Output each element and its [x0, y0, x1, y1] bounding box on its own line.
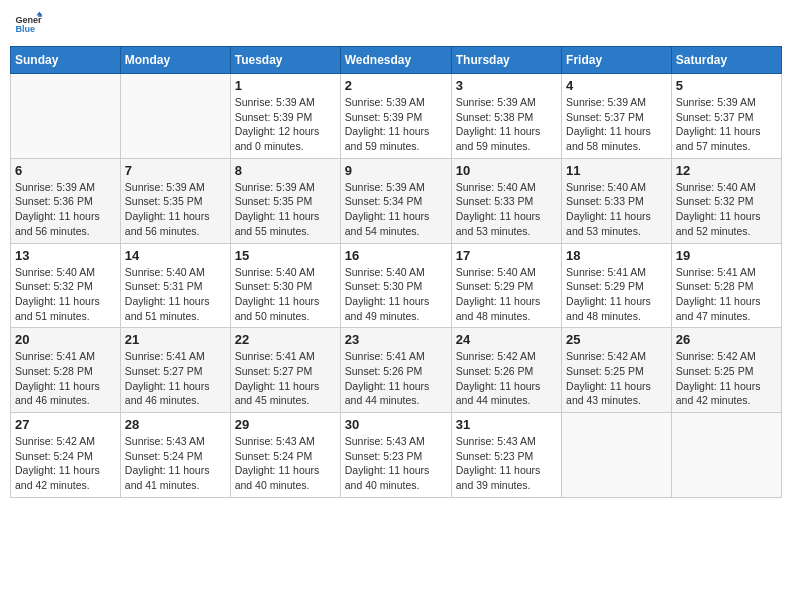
calendar-cell: 25Sunrise: 5:42 AMSunset: 5:25 PMDayligh…: [562, 328, 672, 413]
day-number: 26: [676, 332, 777, 347]
calendar-cell: 22Sunrise: 5:41 AMSunset: 5:27 PMDayligh…: [230, 328, 340, 413]
day-info: Sunrise: 5:42 AMSunset: 5:25 PMDaylight:…: [676, 349, 777, 408]
day-info: Sunrise: 5:39 AMSunset: 5:39 PMDaylight:…: [345, 95, 447, 154]
day-number: 11: [566, 163, 667, 178]
day-info: Sunrise: 5:43 AMSunset: 5:23 PMDaylight:…: [456, 434, 557, 493]
day-number: 12: [676, 163, 777, 178]
day-info: Sunrise: 5:39 AMSunset: 5:35 PMDaylight:…: [235, 180, 336, 239]
calendar-week-row: 27Sunrise: 5:42 AMSunset: 5:24 PMDayligh…: [11, 413, 782, 498]
weekday-header: Tuesday: [230, 47, 340, 74]
day-info: Sunrise: 5:40 AMSunset: 5:32 PMDaylight:…: [676, 180, 777, 239]
weekday-header: Sunday: [11, 47, 121, 74]
day-info: Sunrise: 5:43 AMSunset: 5:24 PMDaylight:…: [235, 434, 336, 493]
day-info: Sunrise: 5:39 AMSunset: 5:37 PMDaylight:…: [566, 95, 667, 154]
day-info: Sunrise: 5:41 AMSunset: 5:27 PMDaylight:…: [235, 349, 336, 408]
day-number: 15: [235, 248, 336, 263]
day-info: Sunrise: 5:40 AMSunset: 5:29 PMDaylight:…: [456, 265, 557, 324]
day-number: 22: [235, 332, 336, 347]
calendar-cell: 21Sunrise: 5:41 AMSunset: 5:27 PMDayligh…: [120, 328, 230, 413]
calendar-cell: 4Sunrise: 5:39 AMSunset: 5:37 PMDaylight…: [562, 74, 672, 159]
day-number: 5: [676, 78, 777, 93]
day-number: 19: [676, 248, 777, 263]
calendar-cell: 31Sunrise: 5:43 AMSunset: 5:23 PMDayligh…: [451, 413, 561, 498]
day-info: Sunrise: 5:39 AMSunset: 5:34 PMDaylight:…: [345, 180, 447, 239]
logo: General Blue: [14, 10, 46, 38]
calendar-cell: 9Sunrise: 5:39 AMSunset: 5:34 PMDaylight…: [340, 158, 451, 243]
calendar-cell: 29Sunrise: 5:43 AMSunset: 5:24 PMDayligh…: [230, 413, 340, 498]
calendar-cell: 3Sunrise: 5:39 AMSunset: 5:38 PMDaylight…: [451, 74, 561, 159]
weekday-header: Saturday: [671, 47, 781, 74]
calendar-cell: 2Sunrise: 5:39 AMSunset: 5:39 PMDaylight…: [340, 74, 451, 159]
day-info: Sunrise: 5:42 AMSunset: 5:24 PMDaylight:…: [15, 434, 116, 493]
day-number: 10: [456, 163, 557, 178]
calendar-cell: 8Sunrise: 5:39 AMSunset: 5:35 PMDaylight…: [230, 158, 340, 243]
day-info: Sunrise: 5:40 AMSunset: 5:30 PMDaylight:…: [235, 265, 336, 324]
day-number: 8: [235, 163, 336, 178]
logo-icon: General Blue: [14, 10, 42, 38]
calendar-week-row: 13Sunrise: 5:40 AMSunset: 5:32 PMDayligh…: [11, 243, 782, 328]
day-info: Sunrise: 5:41 AMSunset: 5:26 PMDaylight:…: [345, 349, 447, 408]
calendar-cell: 20Sunrise: 5:41 AMSunset: 5:28 PMDayligh…: [11, 328, 121, 413]
calendar-body: 1Sunrise: 5:39 AMSunset: 5:39 PMDaylight…: [11, 74, 782, 498]
day-number: 27: [15, 417, 116, 432]
day-info: Sunrise: 5:40 AMSunset: 5:32 PMDaylight:…: [15, 265, 116, 324]
calendar-cell: 14Sunrise: 5:40 AMSunset: 5:31 PMDayligh…: [120, 243, 230, 328]
day-number: 1: [235, 78, 336, 93]
calendar-week-row: 1Sunrise: 5:39 AMSunset: 5:39 PMDaylight…: [11, 74, 782, 159]
svg-text:General: General: [15, 15, 42, 25]
day-number: 6: [15, 163, 116, 178]
calendar-cell: 28Sunrise: 5:43 AMSunset: 5:24 PMDayligh…: [120, 413, 230, 498]
day-number: 23: [345, 332, 447, 347]
calendar-week-row: 6Sunrise: 5:39 AMSunset: 5:36 PMDaylight…: [11, 158, 782, 243]
calendar-cell: 24Sunrise: 5:42 AMSunset: 5:26 PMDayligh…: [451, 328, 561, 413]
calendar-cell: 17Sunrise: 5:40 AMSunset: 5:29 PMDayligh…: [451, 243, 561, 328]
calendar-cell: 1Sunrise: 5:39 AMSunset: 5:39 PMDaylight…: [230, 74, 340, 159]
day-info: Sunrise: 5:39 AMSunset: 5:39 PMDaylight:…: [235, 95, 336, 154]
day-info: Sunrise: 5:40 AMSunset: 5:33 PMDaylight:…: [456, 180, 557, 239]
calendar-cell: [11, 74, 121, 159]
calendar-cell: 10Sunrise: 5:40 AMSunset: 5:33 PMDayligh…: [451, 158, 561, 243]
calendar-table: SundayMondayTuesdayWednesdayThursdayFrid…: [10, 46, 782, 498]
day-number: 14: [125, 248, 226, 263]
calendar-cell: [671, 413, 781, 498]
calendar-cell: 27Sunrise: 5:42 AMSunset: 5:24 PMDayligh…: [11, 413, 121, 498]
day-number: 17: [456, 248, 557, 263]
day-number: 24: [456, 332, 557, 347]
calendar-cell: 6Sunrise: 5:39 AMSunset: 5:36 PMDaylight…: [11, 158, 121, 243]
calendar-cell: 5Sunrise: 5:39 AMSunset: 5:37 PMDaylight…: [671, 74, 781, 159]
day-info: Sunrise: 5:41 AMSunset: 5:28 PMDaylight:…: [15, 349, 116, 408]
day-info: Sunrise: 5:39 AMSunset: 5:38 PMDaylight:…: [456, 95, 557, 154]
day-number: 2: [345, 78, 447, 93]
weekday-header: Monday: [120, 47, 230, 74]
day-number: 20: [15, 332, 116, 347]
calendar-cell: 13Sunrise: 5:40 AMSunset: 5:32 PMDayligh…: [11, 243, 121, 328]
svg-text:Blue: Blue: [15, 24, 35, 34]
calendar-cell: 18Sunrise: 5:41 AMSunset: 5:29 PMDayligh…: [562, 243, 672, 328]
day-info: Sunrise: 5:39 AMSunset: 5:35 PMDaylight:…: [125, 180, 226, 239]
day-info: Sunrise: 5:42 AMSunset: 5:26 PMDaylight:…: [456, 349, 557, 408]
day-number: 25: [566, 332, 667, 347]
day-info: Sunrise: 5:41 AMSunset: 5:27 PMDaylight:…: [125, 349, 226, 408]
calendar-header: SundayMondayTuesdayWednesdayThursdayFrid…: [11, 47, 782, 74]
calendar-cell: [562, 413, 672, 498]
calendar-cell: 11Sunrise: 5:40 AMSunset: 5:33 PMDayligh…: [562, 158, 672, 243]
day-info: Sunrise: 5:41 AMSunset: 5:29 PMDaylight:…: [566, 265, 667, 324]
day-number: 28: [125, 417, 226, 432]
day-number: 16: [345, 248, 447, 263]
calendar-cell: 23Sunrise: 5:41 AMSunset: 5:26 PMDayligh…: [340, 328, 451, 413]
weekday-header: Wednesday: [340, 47, 451, 74]
day-info: Sunrise: 5:41 AMSunset: 5:28 PMDaylight:…: [676, 265, 777, 324]
calendar-cell: 16Sunrise: 5:40 AMSunset: 5:30 PMDayligh…: [340, 243, 451, 328]
calendar-cell: [120, 74, 230, 159]
calendar-cell: 15Sunrise: 5:40 AMSunset: 5:30 PMDayligh…: [230, 243, 340, 328]
calendar-cell: 30Sunrise: 5:43 AMSunset: 5:23 PMDayligh…: [340, 413, 451, 498]
day-number: 29: [235, 417, 336, 432]
day-info: Sunrise: 5:40 AMSunset: 5:30 PMDaylight:…: [345, 265, 447, 324]
weekday-header: Thursday: [451, 47, 561, 74]
calendar-cell: 19Sunrise: 5:41 AMSunset: 5:28 PMDayligh…: [671, 243, 781, 328]
day-info: Sunrise: 5:43 AMSunset: 5:23 PMDaylight:…: [345, 434, 447, 493]
calendar-cell: 7Sunrise: 5:39 AMSunset: 5:35 PMDaylight…: [120, 158, 230, 243]
day-info: Sunrise: 5:40 AMSunset: 5:33 PMDaylight:…: [566, 180, 667, 239]
calendar-cell: 12Sunrise: 5:40 AMSunset: 5:32 PMDayligh…: [671, 158, 781, 243]
page-header: General Blue: [10, 10, 782, 38]
